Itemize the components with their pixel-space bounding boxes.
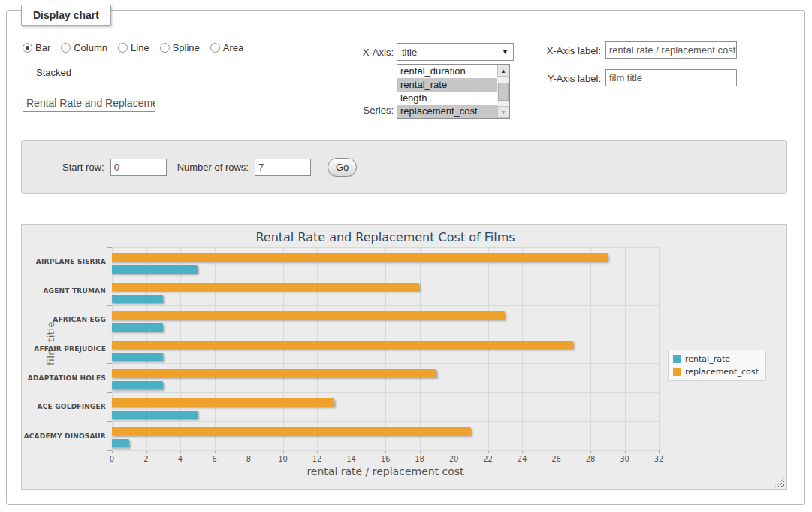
- bar-replacement-cost[interactable]: [112, 398, 334, 407]
- series-option-length[interactable]: length: [397, 92, 497, 105]
- gridline: [112, 450, 659, 451]
- gridline: [112, 247, 113, 450]
- radio-label: Area: [223, 42, 243, 53]
- y-axis-tick: [107, 247, 112, 248]
- x-tick-label: 32: [644, 455, 674, 463]
- bar-rental-rate[interactable]: [112, 265, 198, 274]
- series-option-replacement_cost[interactable]: replacement_cost: [397, 105, 497, 118]
- series-option-rental_rate[interactable]: rental_rate: [397, 78, 497, 92]
- bar-replacement-cost[interactable]: [112, 311, 505, 320]
- gridline: [385, 247, 386, 450]
- y-axis-tick: [107, 335, 112, 335]
- chart-title-input[interactable]: Rental Rate and Replacement Cost of Film…: [23, 95, 155, 112]
- radio-label: Column: [74, 42, 107, 53]
- category-label: ADAPTATION HOLES: [22, 363, 106, 392]
- x-tick-label: 2: [131, 455, 161, 463]
- bar-rental-rate[interactable]: [112, 381, 163, 389]
- series-option-rental_duration[interactable]: rental_duration: [397, 65, 497, 78]
- x-axis-label-input[interactable]: rental rate / replacement cost: [605, 41, 737, 59]
- bar-rental-rate[interactable]: [112, 411, 198, 419]
- scrollbar-track[interactable]: [497, 77, 509, 106]
- gridline: [146, 247, 147, 450]
- x-axis-title: rental rate / replacement cost: [112, 465, 659, 477]
- series-select-label: Series:: [331, 105, 394, 116]
- scroll-up-icon[interactable]: ▲: [497, 65, 509, 77]
- x-axis-select-label: X-Axis:: [331, 47, 394, 58]
- bar-replacement-cost[interactable]: [112, 283, 419, 291]
- y-axis-tick: [107, 277, 112, 277]
- go-button[interactable]: Go: [328, 158, 357, 177]
- radio-icon: [118, 43, 128, 53]
- x-axis-select[interactable]: title ▼: [397, 43, 514, 61]
- y-axis-tick: [107, 363, 112, 364]
- x-tick-label: 6: [200, 455, 230, 463]
- category-label: AIRPLANE SIERRA: [22, 247, 106, 277]
- x-tick-label: 28: [575, 455, 605, 463]
- gridline: [112, 305, 659, 306]
- gridline: [317, 247, 318, 450]
- legend-label: replacement_cost: [685, 367, 759, 377]
- legend-item-replacement_cost[interactable]: replacement_cost: [673, 367, 759, 377]
- y-axis-label-caption: Y-Axis label:: [542, 73, 601, 84]
- x-tick-label: 22: [473, 455, 503, 463]
- gridline: [215, 247, 216, 450]
- resize-grip-icon[interactable]: [775, 478, 784, 487]
- start-row-input[interactable]: 0: [110, 159, 167, 176]
- bar-rental-rate[interactable]: [112, 353, 163, 361]
- num-rows-input[interactable]: 7: [255, 159, 311, 176]
- chevron-down-icon: ▼: [502, 48, 509, 56]
- gridline: [420, 247, 421, 450]
- x-tick-label: 18: [405, 455, 435, 463]
- gridline: [249, 247, 249, 450]
- gridline: [112, 247, 659, 248]
- scrollbar-thumb[interactable]: [498, 83, 509, 101]
- fieldset-legend-title: Display chart: [21, 5, 111, 26]
- gridline: [112, 363, 659, 364]
- row-range-panel: Start row: 0 Number of rows: 7 Go: [21, 140, 787, 194]
- series-multiselect[interactable]: rental_durationrental_ratelengthreplacem…: [397, 64, 510, 119]
- x-tick-label: 14: [337, 455, 367, 463]
- x-tick-label: 12: [302, 455, 332, 463]
- chart-type-radio-bar[interactable]: Bar: [23, 42, 50, 53]
- bar-replacement-cost[interactable]: [112, 427, 471, 435]
- category-label: ACADEMY DINOSAUR: [22, 421, 106, 450]
- legend-swatch-icon: [673, 368, 681, 376]
- x-axis-tick: [659, 450, 660, 453]
- scroll-down-icon[interactable]: ▼: [497, 106, 509, 118]
- legend-swatch-icon: [673, 355, 681, 363]
- gridline: [488, 247, 489, 450]
- chart-type-radio-spline[interactable]: Spline: [160, 42, 200, 53]
- y-axis-tick: [107, 421, 112, 422]
- category-label: ACE GOLDFINGER: [22, 392, 106, 422]
- bar-rental-rate[interactable]: [112, 295, 163, 303]
- chart-title: Rental Rate and Replacement Cost of Film…: [112, 230, 659, 244]
- stacked-checkbox[interactable]: [23, 68, 32, 77]
- series-scrollbar[interactable]: ▲ ▼: [497, 65, 509, 118]
- x-tick-label: 10: [268, 455, 298, 463]
- gridline: [352, 247, 352, 450]
- gridline: [180, 247, 181, 450]
- bar-replacement-cost[interactable]: [112, 341, 573, 349]
- bar-replacement-cost[interactable]: [112, 253, 608, 262]
- bar-rental-rate[interactable]: [112, 323, 163, 332]
- stacked-label[interactable]: Stacked: [36, 67, 71, 78]
- gridline: [112, 277, 659, 277]
- radio-icon: [23, 43, 32, 53]
- x-tick-label: 8: [234, 455, 264, 463]
- legend-item-rental_rate[interactable]: rental_rate: [673, 354, 759, 364]
- start-row-label: Start row:: [62, 162, 104, 173]
- gridline: [112, 335, 659, 335]
- bar-rental-rate[interactable]: [112, 439, 129, 447]
- chart-type-radio-column[interactable]: Column: [61, 42, 107, 53]
- bar-replacement-cost[interactable]: [112, 369, 436, 377]
- chart-type-radio-line[interactable]: Line: [118, 42, 149, 53]
- y-axis-label-input[interactable]: film title: [605, 69, 737, 86]
- chart-type-radio-group: BarColumnLineSplineArea: [23, 42, 249, 53]
- chart-type-radio-area[interactable]: Area: [210, 42, 243, 53]
- y-axis-tick: [107, 305, 112, 306]
- gridline: [454, 247, 454, 450]
- x-tick-label: 26: [542, 455, 572, 463]
- y-axis-tick: [107, 392, 112, 393]
- chart-plot-area: 02468101214161820222426283032: [112, 247, 659, 450]
- x-tick-label: 24: [507, 455, 537, 463]
